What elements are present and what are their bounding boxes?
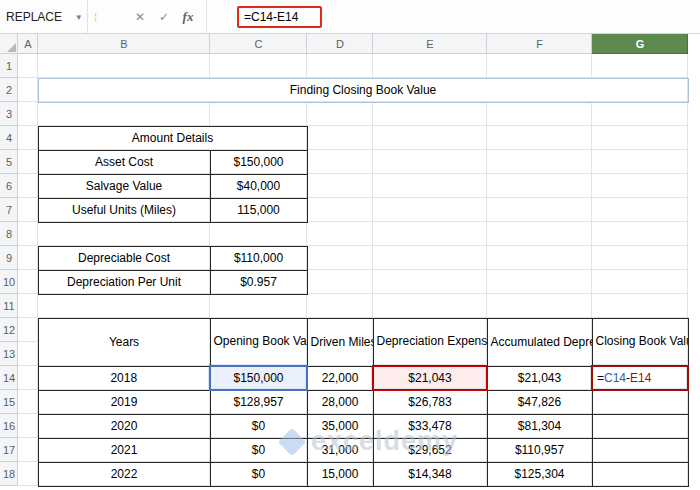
referenced-cell-C14[interactable]: $150,000: [210, 366, 307, 390]
empty-cell[interactable]: [18, 318, 38, 342]
row-header-7[interactable]: 7: [0, 198, 18, 222]
empty-cell[interactable]: [38, 102, 210, 126]
insert-function-icon[interactable]: fx: [176, 1, 200, 33]
miles-cell[interactable]: 31,000: [307, 438, 373, 462]
salvage-value-label-cell[interactable]: Salvage Value: [38, 174, 210, 198]
empty-cell[interactable]: [373, 246, 487, 270]
empty-cell[interactable]: [487, 198, 592, 222]
enter-icon[interactable]: ✓: [152, 1, 176, 33]
empty-cell[interactable]: [18, 150, 38, 174]
row-header-11[interactable]: 11: [0, 294, 18, 318]
empty-cell[interactable]: [592, 102, 688, 126]
empty-cell[interactable]: [18, 246, 38, 270]
row-header-10[interactable]: 10: [0, 270, 18, 294]
empty-cell[interactable]: [18, 414, 38, 438]
empty-cell[interactable]: [18, 198, 38, 222]
year-cell[interactable]: 2021: [38, 438, 210, 462]
column-header-D[interactable]: D: [307, 34, 373, 54]
miles-cell[interactable]: 22,000: [307, 366, 373, 390]
name-box-dropdown-icon[interactable]: ▾: [76, 12, 81, 22]
sheet-title-cell[interactable]: Finding Closing Book Value: [38, 78, 688, 102]
empty-cell[interactable]: [487, 150, 592, 174]
empty-cell[interactable]: [18, 390, 38, 414]
column-header-B[interactable]: B: [38, 34, 210, 54]
row-header-9[interactable]: 9: [0, 246, 18, 270]
empty-cell[interactable]: [18, 102, 38, 126]
select-all-corner[interactable]: [0, 34, 18, 54]
empty-cell[interactable]: [487, 270, 592, 294]
empty-cell[interactable]: [592, 126, 688, 150]
row-header-6[interactable]: 6: [0, 174, 18, 198]
empty-cell[interactable]: [18, 366, 38, 390]
row-header-4[interactable]: 4: [0, 126, 18, 150]
referenced-cell-E14[interactable]: $21,043: [373, 366, 487, 390]
empty-cell[interactable]: [18, 54, 38, 78]
empty-cell[interactable]: [307, 294, 373, 318]
empty-cell[interactable]: [18, 174, 38, 198]
empty-cell[interactable]: [592, 294, 688, 318]
empty-cell[interactable]: [487, 294, 592, 318]
empty-cell[interactable]: [307, 102, 373, 126]
expense-cell[interactable]: $33,478: [373, 414, 487, 438]
column-header-G[interactable]: G: [592, 34, 688, 54]
empty-cell[interactable]: [592, 54, 688, 78]
empty-cell[interactable]: [592, 174, 688, 198]
empty-cell[interactable]: [487, 54, 592, 78]
empty-cell[interactable]: [307, 222, 373, 246]
empty-cell[interactable]: [307, 150, 373, 174]
empty-cell[interactable]: [18, 126, 38, 150]
miles-cell[interactable]: 28,000: [307, 390, 373, 414]
empty-cell[interactable]: [487, 222, 592, 246]
opening-cell[interactable]: $0: [210, 438, 307, 462]
empty-cell[interactable]: [373, 294, 487, 318]
empty-cell[interactable]: [373, 198, 487, 222]
amount-details-header-cell[interactable]: Amount Details: [38, 126, 307, 150]
empty-cell[interactable]: [592, 270, 688, 294]
year-cell[interactable]: 2022: [38, 462, 210, 486]
empty-cell[interactable]: [18, 222, 38, 246]
row-header-18[interactable]: 18: [0, 462, 18, 486]
empty-cell[interactable]: [373, 102, 487, 126]
empty-cell[interactable]: [210, 222, 307, 246]
row-header-1[interactable]: 1: [0, 54, 18, 78]
empty-cell[interactable]: [373, 174, 487, 198]
useful-units-value-cell[interactable]: 115,000: [210, 198, 307, 222]
row-header-12[interactable]: 12: [0, 318, 18, 342]
schedule-header-depreciation-expense[interactable]: Depreciation Expense: [373, 318, 487, 366]
column-header-E[interactable]: E: [373, 34, 487, 54]
expense-cell[interactable]: $29,652: [373, 438, 487, 462]
row-header-13[interactable]: 13: [0, 342, 18, 366]
schedule-header-closing-book-value[interactable]: Closing Book Value: [592, 318, 688, 366]
depreciation-per-unit-label-cell[interactable]: Depreciation Per Unit: [38, 270, 210, 294]
empty-cell[interactable]: [487, 246, 592, 270]
salvage-value-value-cell[interactable]: $40,000: [210, 174, 307, 198]
depreciation-per-unit-value-cell[interactable]: $0.957: [210, 270, 307, 294]
empty-cell[interactable]: [592, 198, 688, 222]
name-box[interactable]: REPLACE ▾: [0, 0, 88, 33]
empty-cell[interactable]: [592, 246, 688, 270]
miles-cell[interactable]: 35,000: [307, 414, 373, 438]
empty-cell[interactable]: [18, 270, 38, 294]
column-header-A[interactable]: A: [18, 34, 38, 54]
empty-cell[interactable]: [18, 78, 38, 102]
accumulated-cell[interactable]: $47,826: [487, 390, 592, 414]
empty-cell[interactable]: [307, 270, 373, 294]
accumulated-cell[interactable]: $110,957: [487, 438, 592, 462]
formula-input[interactable]: =C14-E14: [206, 0, 700, 33]
depreciable-cost-value-cell[interactable]: $110,000: [210, 246, 307, 270]
empty-cell[interactable]: [38, 222, 210, 246]
opening-cell[interactable]: $128,957: [210, 390, 307, 414]
closing-cell[interactable]: [592, 390, 688, 414]
opening-cell[interactable]: $0: [210, 414, 307, 438]
empty-cell[interactable]: [307, 126, 373, 150]
schedule-header-opening-book-value[interactable]: Opening Book Value: [210, 318, 307, 366]
empty-cell[interactable]: [210, 294, 307, 318]
year-cell[interactable]: 2020: [38, 414, 210, 438]
row-header-8[interactable]: 8: [0, 222, 18, 246]
opening-cell[interactable]: $0: [210, 462, 307, 486]
empty-cell[interactable]: [307, 198, 373, 222]
cancel-icon[interactable]: ✕: [128, 1, 152, 33]
accumulated-cell[interactable]: $125,304: [487, 462, 592, 486]
empty-cell[interactable]: [487, 174, 592, 198]
column-header-C[interactable]: C: [210, 34, 307, 54]
